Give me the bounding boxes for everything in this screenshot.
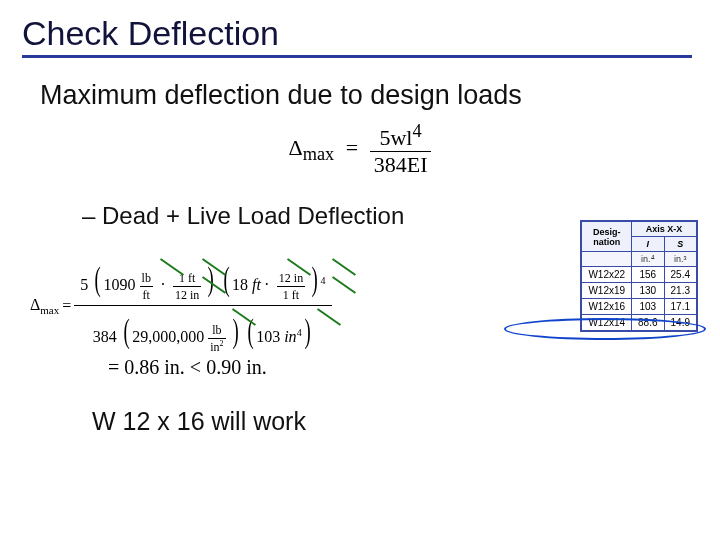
section-properties-table: Desig- nation Axis X-X I S in.⁴ in.³ W12… [580,220,698,332]
table-row: W12x1488.614.9 [582,315,697,331]
th-axis: Axis X-X [632,222,697,237]
calc-delta-sub: max [40,304,59,316]
title-underline [22,55,692,58]
I-val: 103 [256,328,280,345]
conv1-d: 12 in [173,287,201,303]
formula-num-sup: 4 [412,121,421,141]
calc-w: 1090 [104,276,136,293]
bullet-dash: – [82,202,95,229]
th-designation: Desig- nation [582,222,632,252]
calc-coef: 5 [80,276,88,293]
E-val: 29,000,000 [132,328,204,345]
calc-eq: = [62,297,71,315]
page-title: Check Deflection [22,14,698,53]
table-row: W12x2215625.4 [582,267,697,283]
th-S: S [664,237,696,252]
conv2-n: 12 in [277,270,305,287]
table-row: W12x1913021.3 [582,283,697,299]
unit-S: in.³ [664,252,696,267]
len-unit: ft [252,276,261,293]
len-pow: 4 [321,275,326,286]
result-rhs: 0.90 in. [206,356,267,378]
len-val: 18 [232,276,248,293]
th-I: I [632,237,664,252]
result-line: = 0.86 in. < 0.90 in. [108,356,698,379]
conv1-n: 1 ft [173,270,201,287]
I-unit-pow: 4 [297,327,302,338]
conclusion-text: W 12 x 16 will work [92,407,698,436]
E-unit-pow: 2 [220,339,224,348]
calc-delta: Δ [30,296,40,313]
formula-den: 384EI [370,152,432,178]
I-unit: in [284,328,296,345]
bullet-text: Dead + Live Load Deflection [102,202,404,229]
formula-max-deflection: Δmax = 5wl4 384EI [22,121,698,178]
conv2-d: 1 ft [277,287,305,303]
delta-sub: max [303,144,335,164]
result-op: < [190,356,201,378]
w-unit-n: lb [140,270,153,287]
result-lhs: = 0.86 in. [108,356,185,378]
w-unit-d: ft [140,287,153,303]
E-unit-n: lb [208,322,225,339]
intro-text: Maximum deflection due to design loads [40,80,698,111]
E-unit-d: in [210,340,219,354]
formula-num: 5wl [379,125,412,150]
unit-I: in.⁴ [632,252,664,267]
table-row: W12x1610317.1 [582,299,697,315]
den-const: 384 [93,328,117,345]
delta-symbol: Δ [289,135,303,160]
equals: = [346,135,358,160]
